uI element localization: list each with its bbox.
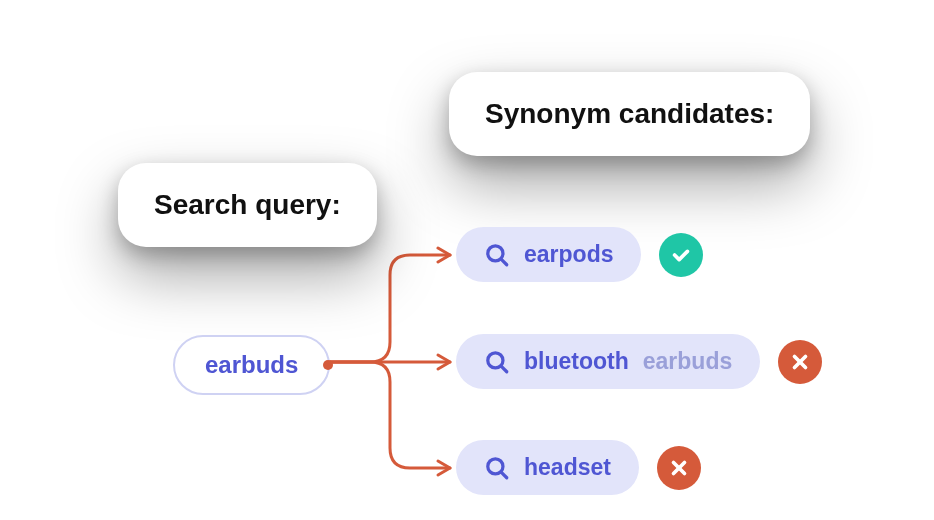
candidate-row: headset (456, 440, 701, 495)
candidate-pill: headset (456, 440, 639, 495)
accept-badge (659, 233, 703, 277)
candidate-row: bluetooth earbuds (456, 334, 822, 389)
synonym-candidates-heading: Synonym candidates: (449, 72, 810, 156)
diagram-canvas: Search query: Synonym candidates: earbud… (0, 0, 934, 520)
candidate-row: earpods (456, 227, 703, 282)
svg-line-7 (501, 472, 507, 478)
candidate-term-primary: earpods (524, 241, 613, 268)
reject-badge (778, 340, 822, 384)
svg-line-1 (501, 259, 507, 265)
candidate-term-primary: headset (524, 454, 611, 481)
search-query-term: earbuds (205, 351, 298, 378)
candidate-pill: earpods (456, 227, 641, 282)
search-icon (484, 455, 510, 481)
close-icon (668, 457, 690, 479)
search-query-heading-text: Search query: (154, 189, 341, 220)
synonym-candidates-heading-text: Synonym candidates: (485, 98, 774, 129)
svg-line-3 (501, 366, 507, 372)
candidate-pill: bluetooth earbuds (456, 334, 760, 389)
search-query-heading: Search query: (118, 163, 377, 247)
connector-origin-dot (323, 360, 333, 370)
candidate-term-secondary: earbuds (643, 348, 732, 375)
search-query-pill: earbuds (173, 335, 330, 395)
candidate-term-primary: bluetooth (524, 348, 629, 375)
reject-badge (657, 446, 701, 490)
search-icon (484, 242, 510, 268)
check-icon (670, 244, 692, 266)
close-icon (789, 351, 811, 373)
search-icon (484, 349, 510, 375)
